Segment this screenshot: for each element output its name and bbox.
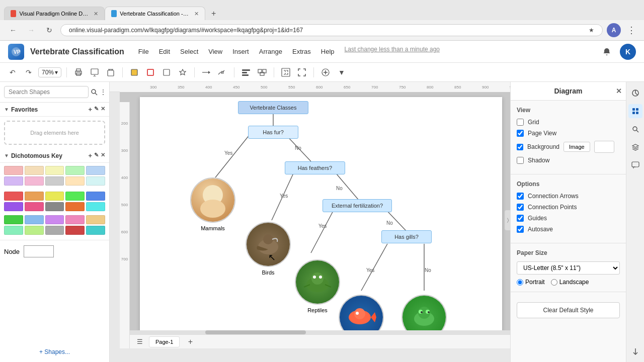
color-swatch[interactable] — [86, 202, 105, 211]
waypoint-button[interactable] — [216, 66, 229, 79]
color-swatch[interactable] — [45, 226, 64, 235]
favorites-edit-icon[interactable]: ✎ — [94, 106, 99, 113]
background-checkbox[interactable] — [517, 144, 523, 150]
color-swatch[interactable] — [86, 192, 105, 201]
color-swatch[interactable] — [25, 176, 44, 186]
canvas-content[interactable]: 200 300 400 500 600 700 〉 — [120, 92, 510, 348]
border-style-button[interactable] — [160, 66, 173, 79]
canvas-area[interactable]: 300 350 400 450 500 550 600 650 700 750 … — [110, 82, 510, 362]
collapse-handle[interactable]: 〉 — [505, 210, 510, 230]
favorites-add-icon[interactable]: + — [88, 106, 92, 113]
portrait-label[interactable]: Portrait — [517, 279, 545, 286]
tab-close-1[interactable]: ✕ — [94, 11, 98, 17]
color-swatch[interactable] — [4, 166, 23, 175]
paper-size-select[interactable]: US-Letter (8.5" x 11") A4 (8.27" x 11.69… — [517, 261, 620, 275]
has-feathers-node[interactable]: Has feathers? — [285, 161, 345, 174]
print-button[interactable] — [72, 66, 85, 79]
h-scrollbar[interactable] — [130, 330, 510, 334]
menu-help[interactable]: Help — [317, 46, 339, 57]
guides-checkbox[interactable] — [517, 215, 524, 222]
right-panel-close-button[interactable]: ✕ — [616, 87, 622, 95]
color-swatch[interactable] — [45, 176, 64, 186]
sidebar-expand-icon[interactable] — [628, 344, 642, 358]
landscape-radio[interactable] — [551, 279, 557, 286]
color-swatch[interactable] — [86, 226, 105, 235]
favorites-section-header[interactable]: ▼ Favorites + ✎ ✕ — [0, 103, 109, 117]
new-tab-button[interactable]: + — [207, 7, 220, 20]
url-bar[interactable]: online.visual-paradigm.com/w/lkqagfpg/di… — [60, 24, 603, 36]
sidebar-chat-icon[interactable] — [628, 158, 642, 172]
menu-edit[interactable]: Edit — [155, 46, 174, 57]
external-fert-node[interactable]: External fertilization? — [323, 199, 392, 212]
menu-arrange[interactable]: Arrange — [255, 46, 286, 57]
grid-checkbox[interactable] — [517, 119, 524, 126]
browser-avatar[interactable]: A — [607, 23, 621, 37]
landscape-label[interactable]: Landscape — [551, 279, 589, 286]
forward-button[interactable]: → — [24, 23, 38, 37]
color-swatch[interactable] — [65, 215, 85, 224]
birds-circle[interactable] — [246, 222, 291, 267]
search-icon[interactable] — [91, 86, 98, 98]
browser-more-button[interactable]: ⋮ — [625, 25, 638, 36]
shapes-button[interactable]: + Shapes... — [4, 345, 105, 358]
color-swatch[interactable] — [4, 226, 23, 235]
color-swatch[interactable] — [4, 215, 23, 224]
shadow-checkbox[interactable] — [517, 157, 524, 164]
menu-insert[interactable]: Insert — [228, 46, 253, 57]
undo-button[interactable]: ↶ — [6, 66, 19, 79]
clear-default-style-button[interactable]: Clear Default Style — [517, 302, 620, 318]
fullscreen-button[interactable] — [295, 66, 308, 79]
zoom-control[interactable]: 70% ▾ — [38, 67, 61, 77]
redo-button[interactable]: ↷ — [22, 66, 35, 79]
tab-1[interactable]: Visual Paradigm Online Diagram... ✕ — [4, 7, 105, 20]
color-swatch[interactable] — [65, 166, 85, 175]
notification-button[interactable] — [600, 45, 614, 59]
bottom-bar-menu[interactable]: ☰ — [134, 336, 146, 347]
search-input[interactable] — [4, 86, 89, 98]
color-swatch[interactable] — [45, 202, 64, 211]
color-swatch[interactable] — [45, 192, 64, 201]
color-swatch[interactable] — [25, 166, 44, 175]
color-swatch[interactable] — [86, 176, 105, 186]
more-options-button[interactable]: ▼ — [335, 66, 348, 79]
has-fur-node[interactable]: Has fur? — [248, 126, 298, 139]
stroke-color-button[interactable] — [144, 66, 157, 79]
color-swatch[interactable] — [45, 215, 64, 224]
color-swatch[interactable] — [4, 202, 23, 211]
color-swatch[interactable] — [4, 176, 23, 186]
tab-2[interactable]: Vertebrate Classification - VP On... ✕ — [105, 7, 205, 20]
color-swatch[interactable] — [65, 192, 85, 201]
color-swatch[interactable] — [4, 192, 23, 201]
menu-view[interactable]: View — [204, 46, 226, 57]
connector-button[interactable] — [200, 66, 213, 79]
dichotomous-section-header[interactable]: ▼ Dichotomous Key + ✎ ✕ — [0, 149, 109, 163]
color-swatch[interactable] — [65, 226, 85, 235]
connection-arrows-checkbox[interactable] — [517, 193, 524, 200]
color-swatch[interactable] — [45, 166, 64, 175]
menu-file[interactable]: File — [134, 46, 153, 57]
color-swatch[interactable] — [25, 215, 44, 224]
group-button[interactable] — [256, 66, 269, 79]
color-swatch[interactable] — [65, 176, 85, 186]
sidebar-theme-icon[interactable] — [628, 86, 642, 100]
color-swatch[interactable] — [25, 192, 44, 201]
fill-color-button[interactable] — [128, 66, 141, 79]
background-image-button[interactable]: Image — [564, 142, 590, 152]
color-swatch[interactable] — [25, 202, 44, 211]
shape-action-button[interactable] — [176, 66, 189, 79]
import-button[interactable] — [88, 66, 101, 79]
color-swatch[interactable] — [86, 215, 105, 224]
favorites-close-icon[interactable]: ✕ — [101, 106, 105, 113]
add-button[interactable] — [319, 66, 332, 79]
color-swatch[interactable] — [86, 166, 105, 175]
has-gills-node[interactable]: Has gills? — [381, 230, 432, 243]
menu-extras[interactable]: Extras — [288, 46, 315, 57]
sidebar-format-icon[interactable] — [628, 104, 642, 118]
page-1-tab[interactable]: Page-1 — [149, 336, 180, 347]
sidebar-layers-icon[interactable] — [628, 140, 642, 154]
align-button[interactable] — [239, 66, 253, 79]
background-color-swatch[interactable] — [594, 141, 614, 153]
bookmark-star-icon[interactable]: ★ — [589, 27, 594, 34]
delete-button[interactable] — [104, 66, 117, 79]
pageview-checkbox[interactable] — [517, 130, 524, 137]
